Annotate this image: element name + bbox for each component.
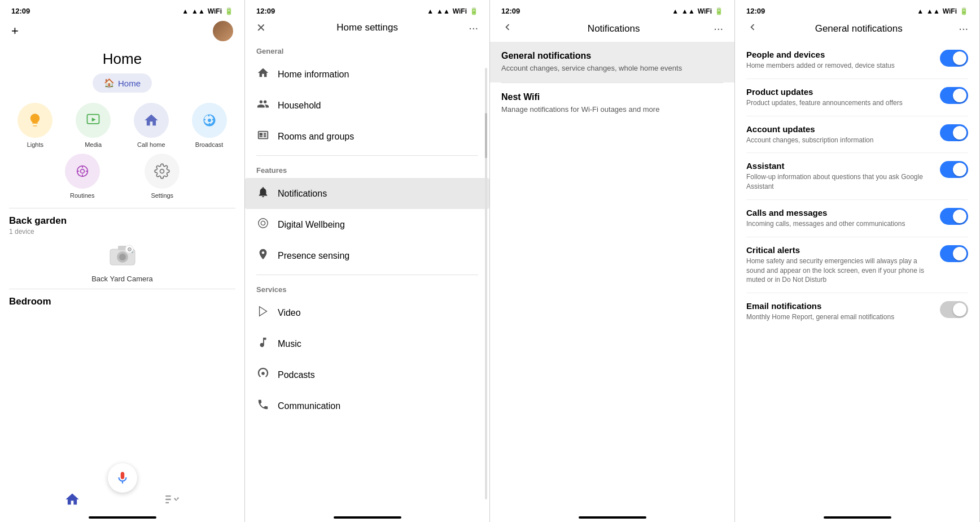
shortcut-routines[interactable]: Routines [45, 154, 120, 199]
menu-video[interactable]: Video [245, 297, 489, 328]
menu-notifications[interactable]: Notifications [245, 178, 489, 209]
callhome-label: Call home [137, 141, 165, 148]
shortcut-broadcast[interactable]: Broadcast [183, 103, 235, 148]
screen2: 12:09 ▲ ▲▲ WiFi 🔋 ✕ Home settings ··· Ge… [245, 0, 490, 522]
assistant-title: Assistant [746, 161, 933, 171]
nest-wifi-desc: Manage notifications for Wi-Fi outages a… [501, 105, 723, 115]
general-section-header: General [245, 40, 489, 59]
critical-alerts-desc: Home safety and security emergencies wil… [746, 256, 933, 285]
account-updates-toggle[interactable] [940, 124, 968, 141]
more-button-3[interactable]: ··· [714, 22, 723, 35]
email-notifications-toggle[interactable] [940, 301, 968, 318]
menu-communication[interactable]: Communication [245, 390, 489, 421]
people-devices-toggle[interactable] [940, 50, 968, 67]
back-yard-camera-card[interactable]: ⚙ Back Yard Camera [0, 241, 244, 283]
add-button[interactable]: + [11, 24, 19, 38]
notif-nest-wifi[interactable]: Nest Wifi Manage notifications for Wi-Fi… [490, 83, 734, 124]
setting-account-updates-text: Account updates Account changes, subscri… [746, 124, 933, 145]
features-section-header: Features [245, 159, 489, 178]
notif-general[interactable]: General notifications Account changes, s… [490, 42, 734, 82]
setting-product-updates-text: Product updates Product updates, feature… [746, 87, 933, 108]
home-indicator-3 [579, 516, 646, 519]
signal-icon-3: ▲▲ [681, 7, 695, 15]
critical-alerts-title: Critical alerts [746, 245, 933, 255]
signal-icon-4: ▲▲ [926, 7, 940, 15]
broadcast-label: Broadcast [195, 141, 224, 148]
home-pill-icon: 🏠 [104, 78, 115, 88]
divider-1 [9, 208, 235, 208]
setting-critical-alerts: Critical alerts Home safety and security… [735, 237, 979, 293]
broadcast-icon-circle [192, 103, 227, 138]
divider-s2-2 [256, 275, 478, 275]
settings-label: Settings [151, 192, 173, 199]
screen1: 12:09 ▲ ▲▲ WiFi 🔋 + Home 🏠 Home Lights [0, 0, 245, 522]
menu-presence-sensing[interactable]: Presence sensing [245, 240, 489, 271]
calls-messages-toggle[interactable] [940, 208, 968, 225]
rooms-icon [256, 129, 270, 144]
home-nav-icon[interactable] [64, 491, 80, 511]
home-pill[interactable]: 🏠 Home [93, 73, 152, 93]
household-icon [256, 98, 270, 113]
shortcut-settings[interactable]: Settings [125, 154, 200, 199]
shortcut-callhome[interactable]: Call home [125, 103, 178, 148]
svg-text:⚙: ⚙ [126, 246, 132, 253]
s3-title: Notifications [588, 23, 640, 34]
back-button-4[interactable] [746, 21, 759, 36]
s1-header: + [0, 19, 244, 46]
wifi-icon: WiFi [208, 7, 222, 15]
mic-fab[interactable] [108, 463, 137, 493]
back-button-3[interactable] [501, 21, 514, 36]
menu-music[interactable]: Music [245, 328, 489, 359]
battery-icon-2: 🔋 [470, 7, 478, 15]
avatar[interactable] [213, 21, 233, 41]
shortcut-lights[interactable]: Lights [9, 103, 62, 148]
product-updates-toggle[interactable] [940, 87, 968, 104]
close-button[interactable]: ✕ [256, 21, 266, 34]
battery-icon-4: 🔋 [960, 7, 968, 15]
setting-email-notifications: Email notifications Monthly Home Report,… [735, 293, 979, 330]
home-indicator-2 [334, 516, 401, 519]
svg-point-4 [80, 169, 84, 173]
menu-digital-wellbeing[interactable]: Digital Wellbeing [245, 209, 489, 240]
setting-critical-alerts-text: Critical alerts Home safety and security… [746, 245, 933, 285]
critical-alerts-toggle[interactable] [940, 245, 968, 262]
status-bar-3: 12:09 ▲ ▲▲ WiFi 🔋 [490, 0, 734, 19]
people-devices-desc: Home members added or removed, device st… [746, 61, 933, 71]
nest-wifi-title: Nest Wifi [501, 92, 723, 102]
video-label: Video [278, 308, 301, 318]
s4-topbar: General notifications ··· [735, 19, 979, 42]
status-bar-4: 12:09 ▲ ▲▲ WiFi 🔋 [735, 0, 979, 19]
more-button-4[interactable]: ··· [959, 22, 968, 35]
music-label: Music [278, 339, 301, 349]
svg-point-18 [261, 221, 265, 225]
s2-topbar: ✕ Home settings ··· [245, 19, 489, 40]
menu-household[interactable]: Household [245, 90, 489, 121]
activity-nav-icon[interactable] [164, 491, 180, 511]
email-notifications-desc: Monthly Home Report, general email notif… [746, 312, 933, 322]
lights-label: Lights [27, 141, 43, 148]
podcasts-icon [256, 367, 270, 382]
assistant-toggle[interactable] [940, 161, 968, 178]
bottom-nav [0, 491, 244, 511]
divider-2 [9, 289, 235, 289]
notifications-icon [256, 186, 270, 201]
assistant-desc: Follow-up information about questions th… [746, 172, 933, 192]
setting-account-updates: Account updates Account changes, subscri… [735, 116, 979, 153]
setting-assistant-text: Assistant Follow-up information about qu… [746, 161, 933, 192]
general-notif-title: General notifications [501, 51, 723, 61]
home-info-label: Home information [278, 69, 349, 80]
shortcut-grid: Lights Media Call home Broadcast [0, 103, 244, 148]
status-icons-1: ▲ ▲▲ WiFi 🔋 [182, 7, 233, 15]
menu-home-info[interactable]: Home information [245, 59, 489, 90]
account-updates-desc: Account changes, subscription informatio… [746, 136, 933, 145]
menu-rooms-groups[interactable]: Rooms and groups [245, 121, 489, 152]
shortcut-media[interactable]: Media [67, 103, 120, 148]
s2-title: Home settings [336, 22, 398, 33]
digital-wellbeing-label: Digital Wellbeing [278, 220, 345, 230]
more-button-2[interactable]: ··· [469, 21, 478, 34]
menu-podcasts[interactable]: Podcasts [245, 359, 489, 390]
status-icons-4: ▲ ▲▲ WiFi 🔋 [917, 7, 968, 15]
svg-point-2 [208, 119, 211, 122]
calls-messages-title: Calls and messages [746, 208, 933, 218]
back-garden-sub: 1 device [0, 228, 244, 241]
